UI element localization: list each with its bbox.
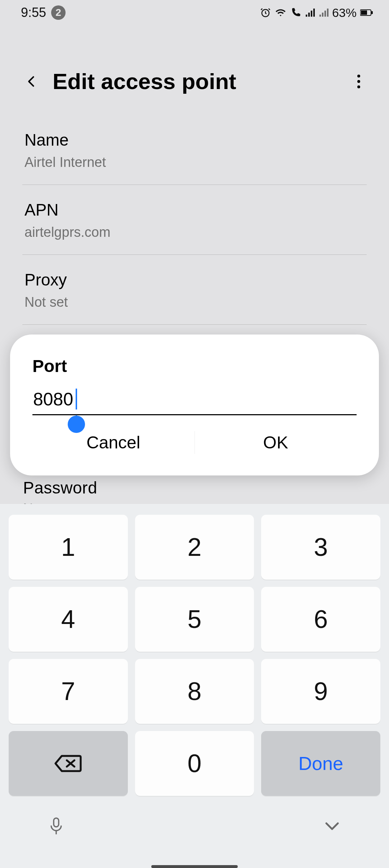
numeric-keypad: 1 2 3 4 5 6 7 8 9 0 Done	[0, 504, 389, 868]
collapse-keyboard-button[interactable]	[323, 820, 341, 833]
mic-icon	[48, 817, 64, 836]
key-backspace[interactable]	[9, 731, 128, 796]
ok-button[interactable]: OK	[195, 426, 357, 459]
key-7[interactable]: 7	[9, 659, 128, 724]
key-5[interactable]: 5	[135, 587, 254, 652]
svg-rect-9	[54, 818, 59, 827]
backspace-icon	[54, 753, 82, 774]
port-input[interactable]	[32, 387, 357, 415]
key-0[interactable]: 0	[135, 731, 254, 796]
key-8[interactable]: 8	[135, 659, 254, 724]
text-cursor-handle[interactable]	[68, 416, 85, 433]
chevron-down-icon	[323, 820, 341, 832]
key-done[interactable]: Done	[261, 731, 380, 796]
key-2[interactable]: 2	[135, 515, 254, 580]
voice-input-button[interactable]	[48, 817, 64, 837]
gesture-handle[interactable]	[151, 865, 238, 868]
key-9[interactable]: 9	[261, 659, 380, 724]
port-edit-dialog: Port Cancel OK	[10, 335, 379, 475]
text-cursor	[76, 389, 77, 409]
cancel-button[interactable]: Cancel	[32, 426, 194, 459]
key-4[interactable]: 4	[9, 587, 128, 652]
key-3[interactable]: 3	[261, 515, 380, 580]
dialog-title: Port	[32, 356, 357, 376]
key-1[interactable]: 1	[9, 515, 128, 580]
key-6[interactable]: 6	[261, 587, 380, 652]
